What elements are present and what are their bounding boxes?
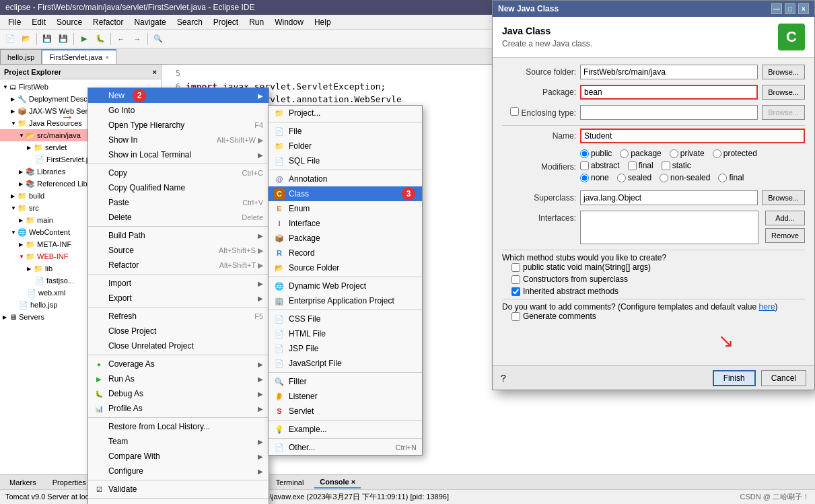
source-folder-browse-btn[interactable]: Browse... (762, 65, 805, 79)
nsm-jsp-file[interactable]: 📄 JSP File (269, 341, 422, 356)
modifier-static[interactable]: static (662, 161, 691, 170)
cm-export[interactable]: Export ▶ (88, 291, 269, 305)
cm-source[interactable]: Source Alt+Shift+S ▶ (88, 243, 269, 258)
menu-project[interactable]: Project (208, 16, 244, 28)
nsm-enum[interactable]: E Enum (269, 201, 422, 216)
status-tab-properties[interactable]: Properties (47, 477, 92, 488)
menu-help[interactable]: Help (309, 16, 336, 28)
modifier-private[interactable]: private (670, 149, 705, 158)
modifier-sealed[interactable]: sealed (617, 173, 651, 182)
enclosing-type-browse-btn[interactable]: Browse... (762, 105, 805, 120)
cm-restore-local[interactable]: Restore from Local History... (88, 419, 269, 434)
superclass-input[interactable] (580, 190, 758, 205)
nsm-html-file[interactable]: 📄 HTML File (269, 326, 422, 341)
modifier-non-sealed[interactable]: non-sealed (660, 173, 710, 182)
interfaces-add-btn[interactable]: Add... (765, 211, 805, 225)
status-tab-console[interactable]: Console × (314, 476, 361, 489)
source-folder-input[interactable] (580, 65, 758, 79)
cm-show-in[interactable]: Show In Alt+Shift+W ▶ (88, 133, 269, 147)
cm-open-type-hierarchy[interactable]: Open Type Hierarchy F4 (88, 118, 269, 133)
cm-close-unrelated[interactable]: Close Unrelated Project (88, 338, 269, 353)
modifier-none[interactable]: none (580, 173, 609, 182)
toolbar-new[interactable]: 📄 (3, 32, 17, 46)
cm-debug-as[interactable]: 🐛 Debug As ▶ (88, 386, 269, 401)
interfaces-remove-btn[interactable]: Remove (765, 228, 805, 243)
toolbar-run[interactable]: ▶ (77, 32, 92, 46)
cancel-button[interactable]: Cancel (761, 370, 806, 386)
generate-comments-checkbox[interactable] (511, 312, 520, 321)
nsm-other[interactable]: 📄 Other... Ctrl+N (269, 440, 422, 455)
nsm-filter[interactable]: 🔍 Filter (269, 374, 422, 389)
toolbar-search[interactable]: 🔍 (151, 32, 166, 46)
nsm-example[interactable]: 💡 Example... (269, 422, 422, 437)
cm-refresh[interactable]: Refresh F5 (88, 309, 269, 324)
modifier-protected[interactable]: protected (713, 149, 757, 158)
cm-go-into[interactable]: Go Into (88, 103, 269, 118)
menu-source[interactable]: Source (51, 16, 87, 28)
enclosing-type-input[interactable] (580, 105, 758, 120)
dialog-close-btn[interactable]: × (798, 3, 809, 14)
cm-paste[interactable]: Paste Ctrl+V (88, 195, 269, 210)
nsm-source-folder[interactable]: 📂 Source Folder (269, 260, 422, 275)
cm-close-project[interactable]: Close Project (88, 324, 269, 338)
menu-edit[interactable]: Edit (26, 16, 51, 28)
menu-search[interactable]: Search (172, 16, 208, 28)
package-browse-btn[interactable]: Browse... (762, 85, 805, 100)
dialog-help-icon[interactable]: ? (501, 373, 506, 384)
cm-copy[interactable]: Copy Ctrl+C (88, 166, 269, 180)
cm-validate[interactable]: ☑ Validate (88, 482, 269, 497)
toolbar-save[interactable]: 💾 (40, 32, 55, 46)
toolbar-back[interactable]: ← (114, 32, 129, 46)
cm-team[interactable]: Team ▶ (88, 434, 269, 449)
cm-show-local-terminal[interactable]: Show in Local Terminal ▶ (88, 147, 269, 162)
tab-firstservlet-close[interactable]: × (105, 54, 109, 61)
nsm-dynamic-web[interactable]: 🌐 Dynamic Web Project (269, 279, 422, 293)
stub-inherited-checkbox[interactable] (511, 287, 520, 296)
modifier-final[interactable]: final (628, 161, 653, 170)
tab-firstservlet[interactable]: FirstServlet.java × (42, 49, 116, 64)
menu-navigate[interactable]: Navigate (129, 16, 171, 28)
nsm-file[interactable]: 📄 File (269, 124, 422, 139)
name-input[interactable] (580, 129, 805, 143)
toolbar-forward[interactable]: → (130, 32, 145, 46)
cm-copy-qualified[interactable]: Copy Qualified Name (88, 180, 269, 195)
cm-import[interactable]: Import ▶ (88, 276, 269, 291)
tab-hello-jsp[interactable]: hello.jsp (0, 49, 42, 64)
nsm-sql-file[interactable]: 📄 SQL File (269, 153, 422, 168)
modifier-public[interactable]: public (580, 149, 612, 158)
stub-constructors-checkbox[interactable] (511, 275, 520, 284)
modifier-package[interactable]: package (620, 149, 661, 158)
nsm-annotation[interactable]: @ Annotation (269, 172, 422, 186)
menu-run[interactable]: Run (244, 16, 269, 28)
cm-coverage-as[interactable]: ● Coverage As ▶ (88, 357, 269, 371)
status-tab-terminal[interactable]: Terminal (271, 477, 310, 488)
menu-file[interactable]: File (3, 16, 26, 28)
toolbar-debug[interactable]: 🐛 (93, 32, 108, 46)
stub-main-checkbox[interactable] (511, 263, 520, 272)
cm-build-path[interactable]: Build Path ▶ (88, 228, 269, 243)
status-tab-markers[interactable]: Markers (4, 477, 42, 488)
cm-delete[interactable]: Delete Delete (88, 210, 269, 225)
cm-compare-with[interactable]: Compare With ▶ (88, 449, 269, 464)
dialog-minimize-btn[interactable]: — (771, 3, 782, 14)
nsm-js-file[interactable]: 📄 JavaScript File (269, 356, 422, 371)
nsm-class[interactable]: C Class 3 (269, 186, 422, 201)
menu-window[interactable]: Window (269, 16, 309, 28)
toolbar-save-all[interactable]: 💾 (56, 32, 71, 46)
superclass-browse-btn[interactable]: Browse... (762, 190, 805, 205)
package-input[interactable] (580, 85, 758, 100)
nsm-folder[interactable]: 📁 Folder (269, 139, 422, 153)
cm-refactor[interactable]: Refactor Alt+Shift+T ▶ (88, 258, 269, 273)
nsm-enterprise-app[interactable]: 🏢 Enterprise Application Project (269, 293, 422, 308)
cm-configure[interactable]: Configure ▶ (88, 464, 269, 478)
cm-run-as[interactable]: ▶ Run As ▶ (88, 371, 269, 386)
nsm-servlet[interactable]: S Servlet (269, 404, 422, 419)
menu-refactor[interactable]: Refactor (87, 16, 129, 28)
dialog-maximize-btn[interactable]: □ (785, 3, 795, 14)
toolbar-open[interactable]: 📂 (19, 32, 34, 46)
cm-new[interactable]: New 2 ▶ (88, 88, 269, 103)
nsm-listener[interactable]: 👂 Listener (269, 389, 422, 404)
nsm-css-file[interactable]: 📄 CSS File (269, 312, 422, 326)
finish-button[interactable]: Finish (713, 370, 756, 386)
modifier-abstract[interactable]: abstract (580, 161, 620, 170)
